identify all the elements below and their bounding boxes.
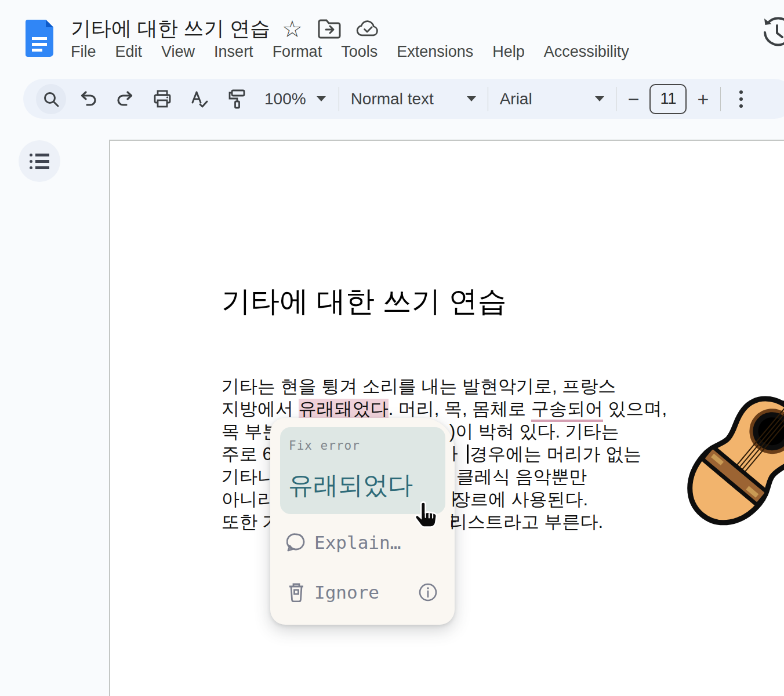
menu-extensions[interactable]: Extensions (397, 43, 473, 61)
hand-pointer-cursor (413, 501, 440, 530)
toolbar-divider (616, 87, 616, 111)
chevron-down-icon (467, 96, 476, 101)
body-text: )이 박혀 있다. 기타는 (449, 420, 619, 443)
fix-error-label: Fix error (289, 439, 360, 453)
google-docs-logo-icon[interactable] (26, 20, 53, 57)
menu-insert[interactable]: Insert (214, 43, 253, 61)
increase-font-size-button[interactable]: + (697, 89, 709, 109)
misspelled-word[interactable]: 구송되어 (531, 399, 603, 422)
zoom-value: 100% (264, 90, 306, 108)
info-icon[interactable] (418, 582, 438, 603)
spellcheck-icon[interactable] (184, 84, 215, 114)
google-docs-app: { "header": { "doc_title": "기타에 대한 쓰기 연습… (0, 0, 784, 696)
toolbar-divider (488, 87, 488, 111)
text-cursor (467, 444, 469, 464)
toolbar-divider (339, 87, 339, 111)
font-size-control: − 11 + (628, 84, 709, 114)
guitar-image[interactable] (684, 355, 784, 552)
body-line-6[interactable]: 아니라 ㅏ 장르에 사용된다. (222, 488, 275, 511)
explain-label: Explain… (314, 532, 401, 553)
font-family-select[interactable]: Arial (500, 90, 604, 108)
move-to-folder-icon[interactable] (318, 17, 341, 41)
menu-edit[interactable]: Edit (115, 43, 143, 61)
body-text: 클레식 음악뿐만 (456, 465, 587, 488)
zoom-select[interactable]: 100% (264, 90, 326, 108)
body-text: 리스트라고 부른다. (449, 511, 603, 533)
font-size-input[interactable]: 11 (649, 84, 687, 114)
top-bar: 기타에 대한 쓰기 연습 ☆ File Edit View Insert For… (0, 0, 784, 76)
document-outline-button[interactable] (19, 140, 60, 182)
speech-bubble-icon (283, 533, 310, 552)
font-value: Arial (500, 90, 532, 108)
body-text: 지방에서 (222, 399, 299, 419)
paragraph-style-select[interactable]: Normal text (351, 90, 476, 108)
print-icon[interactable] (147, 84, 177, 114)
body-text: 기타는 현을 튕겨 소리를 내는 발현악기로, 프랑스 (222, 376, 616, 396)
menu-view[interactable]: View (161, 43, 195, 61)
body-line-2[interactable]: 지방에서 유래돼었다. 머리, 목, 몸체로 구송되어 있으며, (222, 398, 667, 420)
undo-icon[interactable] (73, 84, 103, 114)
menu-bar: File Edit View Insert Format Tools Exten… (71, 43, 648, 61)
menu-format[interactable]: Format (273, 43, 322, 61)
body-text: ㅏ (445, 443, 463, 465)
ignore-label: Ignore (314, 582, 379, 603)
menu-help[interactable]: Help (492, 43, 525, 61)
toolbar: 100% Normal text Arial − 11 + (23, 79, 784, 119)
paint-format-icon[interactable] (222, 84, 252, 114)
chevron-down-icon (595, 96, 604, 101)
body-text: 아니라 (222, 489, 275, 509)
star-icon[interactable]: ☆ (282, 17, 303, 41)
title-action-icons: ☆ (282, 17, 379, 41)
cloud-saved-icon[interactable] (356, 17, 379, 41)
body-text: 경우에는 머리가 없는 (470, 443, 641, 465)
menu-file[interactable]: File (71, 43, 96, 61)
toolbar-divider (720, 87, 721, 111)
chevron-down-icon (317, 96, 326, 101)
search-icon[interactable] (36, 84, 66, 114)
body-line-1[interactable]: 기타는 현을 튕겨 소리를 내는 발현악기로, 프랑스 (222, 375, 616, 398)
body-text: 있으며, (603, 399, 667, 419)
style-value: Normal text (351, 90, 434, 108)
more-options-icon[interactable] (729, 90, 753, 108)
menu-accessibility[interactable]: Accessibility (544, 43, 629, 61)
document-heading[interactable]: 기타에 대한 쓰기 연습 (222, 282, 507, 321)
body-text: . 머리, 목, 몸체로 (389, 399, 531, 419)
body-text: 장르에 사용된다. (452, 488, 588, 511)
document-title[interactable]: 기타에 대한 쓰기 연습 (71, 15, 270, 42)
decrease-font-size-button[interactable]: − (628, 89, 640, 109)
explain-menu-item[interactable]: Explain… (270, 529, 455, 556)
redo-icon[interactable] (110, 84, 140, 114)
suggestion-text: 유래되었다 (288, 469, 413, 502)
ignore-menu-item[interactable]: Ignore (270, 579, 455, 606)
version-history-icon[interactable] (760, 15, 784, 50)
menu-tools[interactable]: Tools (341, 43, 378, 61)
trash-icon (283, 582, 310, 602)
